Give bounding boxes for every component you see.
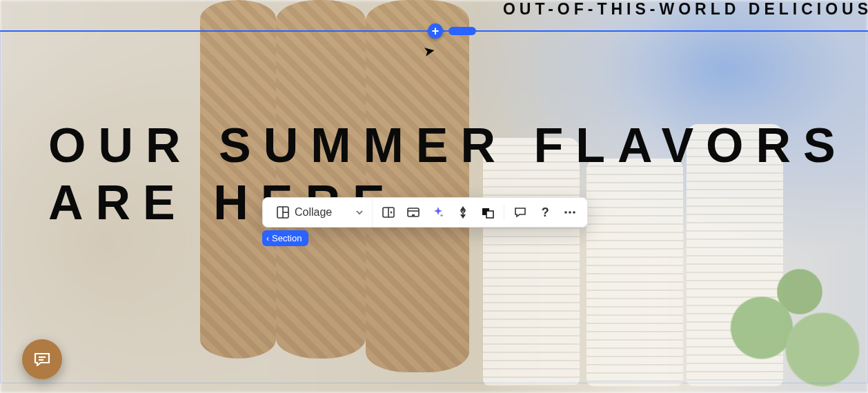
hero-tagline[interactable]: OUT-OF-THIS-WORLD DELICIOUS <box>503 0 868 19</box>
svg-point-14 <box>573 211 575 214</box>
move-section-button[interactable] <box>451 201 475 224</box>
svg-marker-8 <box>460 206 466 210</box>
layout-split-icon <box>382 205 395 219</box>
svg-point-12 <box>564 211 567 214</box>
chat-icon <box>32 350 52 369</box>
svg-marker-9 <box>460 214 466 219</box>
help-icon: ? <box>542 205 549 220</box>
more-icon <box>563 205 577 219</box>
breadcrumb-label: Section <box>272 233 302 243</box>
ai-assist-button[interactable] <box>426 201 450 224</box>
move-up-icon <box>457 205 469 219</box>
section-edit-icon <box>406 205 420 219</box>
layout-select-label: Collage <box>295 206 332 219</box>
layout-collage-icon <box>277 206 289 219</box>
color-swap-button[interactable] <box>476 201 500 224</box>
svg-rect-11 <box>486 211 493 218</box>
section-toolbar: Collage <box>262 197 588 228</box>
section-drag-handle[interactable] <box>448 27 476 35</box>
section-breadcrumb[interactable]: ‹ Section <box>262 230 308 246</box>
edit-section-button[interactable] <box>402 201 425 224</box>
toolbar-separator <box>504 204 504 221</box>
chevron-left-icon: ‹ <box>266 234 269 243</box>
color-swap-icon <box>481 205 495 219</box>
chat-button[interactable] <box>22 339 62 379</box>
plus-icon: + <box>432 25 440 37</box>
add-section-button[interactable]: + <box>428 23 443 39</box>
comment-button[interactable] <box>509 201 532 224</box>
sparkle-icon <box>431 205 445 219</box>
chevron-down-icon <box>355 208 364 216</box>
help-button[interactable]: ? <box>533 201 557 224</box>
comment-icon <box>513 205 527 219</box>
svg-rect-7 <box>412 214 415 216</box>
more-button[interactable] <box>558 201 582 224</box>
editor-canvas: OUT-OF-THIS-WORLD DELICIOUS OUR SUMMER F… <box>0 0 868 393</box>
svg-point-13 <box>569 211 571 214</box>
layout-select[interactable]: Collage <box>268 198 373 227</box>
replace-layout-button[interactable] <box>377 201 400 224</box>
